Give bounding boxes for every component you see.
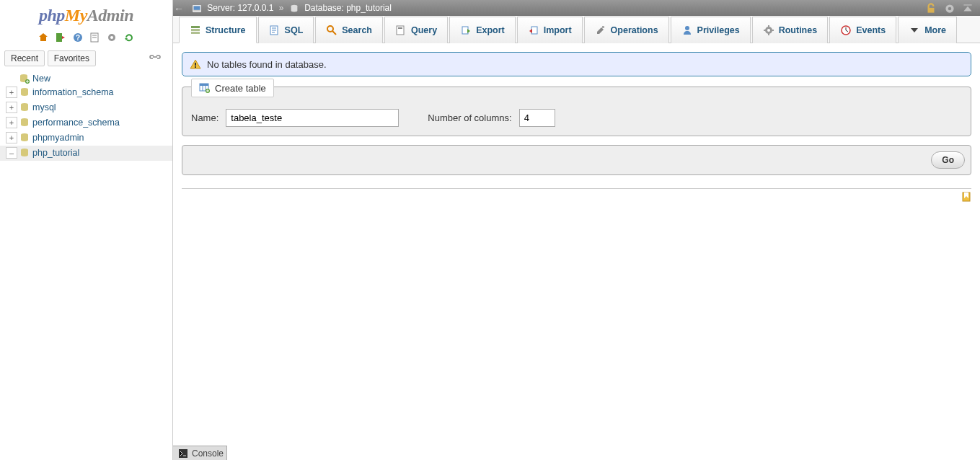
gear-icon[interactable]: [943, 2, 956, 15]
breadcrumb-server-value[interactable]: 127.0.0.1: [237, 3, 273, 13]
tree-item-performance-schema[interactable]: + performance_schema: [0, 115, 172, 131]
sql-icon: [269, 25, 281, 36]
expand-icon[interactable]: +: [6, 102, 17, 113]
svg-rect-37: [195, 63, 196, 66]
tab-label: Events: [856, 25, 886, 35]
tree-item-label: mysql: [32, 101, 56, 115]
expand-icon[interactable]: +: [6, 132, 17, 143]
collapse-icon[interactable]: –: [6, 147, 17, 159]
columns-label: Number of columns:: [428, 112, 511, 123]
svg-point-26: [327, 26, 333, 32]
tab-import[interactable]: Import: [517, 17, 583, 43]
tab-routines[interactable]: Routines: [752, 17, 828, 43]
logo[interactable]: phpMyAdmin: [0, 0, 172, 28]
tab-query[interactable]: Query: [384, 17, 448, 43]
breadcrumb-server-label: Server:: [207, 3, 235, 13]
svg-point-35: [767, 29, 770, 32]
link-icon[interactable]: [149, 55, 161, 62]
reload-icon[interactable]: [123, 32, 135, 43]
bookmark-icon[interactable]: [961, 192, 971, 202]
tab-sql[interactable]: SQL: [258, 17, 314, 43]
tree-new-label: New: [32, 74, 50, 84]
tabs: Structure SQL Search Query Export Import…: [173, 16, 980, 43]
home-icon[interactable]: [37, 32, 49, 43]
table-name-input[interactable]: [226, 109, 399, 127]
breadcrumb-sep: »: [279, 3, 284, 13]
tab-operations[interactable]: Operations: [584, 17, 669, 43]
tab-label: Structure: [206, 25, 246, 35]
tab-favorites[interactable]: Favorites: [48, 50, 96, 66]
tab-structure[interactable]: Structure: [179, 17, 257, 43]
sidebar-collapse-handle[interactable]: ←: [173, 1, 185, 16]
divider: [182, 188, 971, 189]
tab-more[interactable]: More: [898, 17, 957, 43]
tab-label: Operations: [611, 25, 658, 35]
tree-item-mysql[interactable]: + mysql: [0, 100, 172, 115]
expand-icon[interactable]: +: [6, 87, 17, 98]
tree-new[interactable]: New: [0, 72, 172, 85]
create-table-legend: Create table: [191, 79, 274, 97]
database-icon: [19, 102, 30, 113]
warning-icon: [190, 58, 201, 70]
database-icon: [19, 87, 30, 98]
database-icon: [19, 132, 30, 143]
tree-item-php-tutorial[interactable]: – php_tutorial: [0, 146, 172, 161]
exit-icon[interactable]: [55, 32, 66, 43]
svg-rect-18: [928, 8, 935, 13]
tab-events[interactable]: Events: [829, 17, 896, 43]
more-icon: [909, 25, 920, 36]
notice: No tables found in database.: [182, 52, 971, 76]
tab-label: Export: [476, 25, 505, 35]
go-button[interactable]: Go: [931, 151, 965, 169]
expand-icon[interactable]: +: [6, 117, 17, 128]
svg-rect-45: [179, 449, 187, 458]
tab-export[interactable]: Export: [449, 17, 516, 43]
routines-icon: [763, 25, 774, 36]
create-table-form-row: Name: Number of columns:: [191, 109, 962, 127]
sidebar-toolbar: ?: [0, 28, 172, 48]
svg-text:?: ?: [76, 34, 80, 42]
console-toggle[interactable]: Console: [173, 446, 227, 460]
logo-php: php: [39, 6, 65, 25]
tab-privileges[interactable]: Privileges: [671, 17, 751, 43]
tree-item-label: phpmyadmin: [32, 131, 84, 145]
console-label: Console: [192, 448, 224, 459]
events-icon: [840, 25, 852, 36]
svg-rect-16: [194, 6, 200, 9]
tab-search[interactable]: Search: [315, 17, 383, 43]
breadcrumb-database-label: Database:: [304, 3, 344, 13]
logo-my: My: [65, 6, 87, 25]
structure-icon: [190, 25, 201, 36]
sidebar: phpMyAdmin ? Recent Favorites New + info…: [0, 0, 173, 460]
tree-item-label: performance_schema: [32, 116, 120, 130]
notice-text: No tables found in database.: [207, 59, 327, 70]
lock-icon[interactable]: [924, 2, 937, 15]
content: No tables found in database. Create tabl…: [173, 43, 980, 198]
import-icon: [528, 25, 539, 36]
tree-item-label: php_tutorial: [32, 146, 79, 160]
go-bar: Go: [182, 145, 971, 175]
svg-rect-29: [398, 27, 402, 29]
breadcrumb-database-value[interactable]: php_tutorial: [346, 3, 392, 13]
tree-item-information-schema[interactable]: + information_schema: [0, 85, 172, 100]
tree-item-phpmyadmin[interactable]: + phpmyadmin: [0, 131, 172, 146]
docs-icon[interactable]: [89, 32, 100, 43]
svg-rect-40: [200, 84, 208, 86]
svg-rect-38: [195, 66, 196, 68]
svg-rect-0: [56, 33, 62, 42]
search-icon: [326, 25, 337, 36]
tab-label: Privileges: [697, 25, 740, 35]
gear-icon[interactable]: [106, 32, 118, 43]
breadcrumb-actions: [922, 0, 974, 16]
database-tree: New + information_schema + mysql + perfo…: [0, 66, 172, 161]
svg-rect-24: [191, 32, 200, 34]
svg-rect-30: [462, 27, 468, 34]
create-table-fieldset: Create table Name: Number of columns:: [182, 87, 971, 136]
help-icon[interactable]: ?: [72, 32, 84, 43]
page-top-icon[interactable]: [961, 2, 974, 15]
svg-rect-21: [963, 4, 971, 5]
privileges-icon: [681, 25, 693, 36]
columns-count-input[interactable]: [519, 109, 555, 127]
tab-recent[interactable]: Recent: [4, 50, 45, 66]
tab-label: Import: [544, 25, 572, 35]
